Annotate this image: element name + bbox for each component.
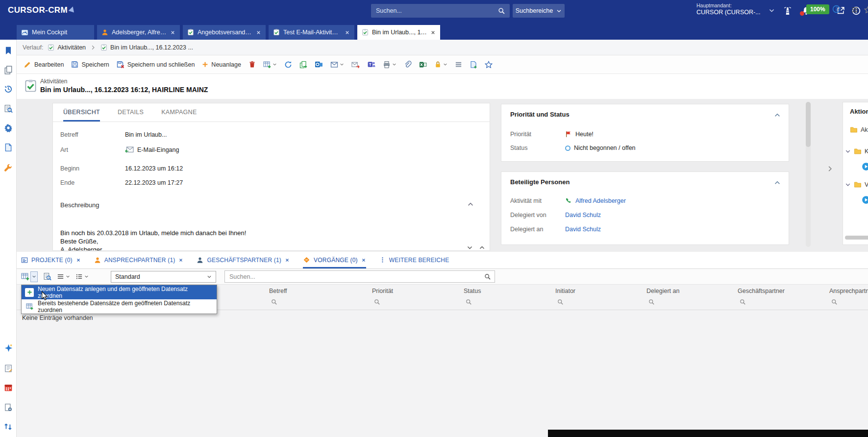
email-send-button[interactable] (351, 61, 360, 69)
column-filter-button[interactable] (557, 298, 564, 305)
action-folder-aktivitaeten[interactable]: Aktivitäten (850, 126, 868, 134)
list-search-input[interactable] (225, 271, 495, 282)
column-filter-button[interactable] (648, 298, 655, 305)
breadcrumb-aktivitaeten[interactable]: Aktivitäten (48, 44, 86, 51)
action-folder-group-2[interactable]: V (845, 181, 868, 189)
save-close-button[interactable]: Speichern und schließen (117, 61, 195, 69)
tab-uebersicht[interactable]: ÜBERSICHT (63, 103, 100, 121)
tab-angebotsversand[interactable]: Angebotsversand, 16... (183, 25, 266, 40)
global-search[interactable] (371, 4, 510, 18)
employee-link[interactable]: David Schulz (565, 226, 601, 233)
email-button[interactable] (330, 61, 344, 69)
new-record-button[interactable]: Neuanlage (202, 61, 241, 68)
actions-scrollbar-thumb[interactable] (845, 236, 868, 240)
close-icon[interactable] (76, 258, 81, 263)
save-button[interactable]: Speichern (71, 61, 109, 68)
sort-options-button[interactable] (75, 273, 89, 280)
list-search[interactable] (224, 270, 495, 283)
quickstart-button[interactable] (3, 343, 13, 353)
column-filter-button[interactable] (831, 298, 838, 305)
notes-button[interactable] (3, 364, 13, 373)
close-icon[interactable] (170, 30, 175, 35)
subtab-projekte[interactable]: PROJEKTE (0) (21, 252, 81, 268)
favorites-button[interactable] (3, 46, 13, 55)
row-view-button[interactable] (455, 61, 462, 68)
outlook-button[interactable] (315, 60, 323, 69)
column-header-delegiert-an[interactable]: Delegiert an (646, 288, 679, 305)
admin-tools-button[interactable] (3, 163, 13, 173)
add-record-menu-button[interactable] (30, 271, 38, 282)
favorite-button[interactable] (485, 61, 493, 69)
menu-item-link-existing[interactable]: Bereits bestehende Datensätze dem geöffn… (22, 299, 217, 314)
toolbar-overflow-button[interactable] (864, 5, 868, 14)
column-header-status[interactable]: Status (464, 288, 481, 305)
run-action-button[interactable] (862, 162, 868, 171)
employee-link[interactable]: David Schulz (565, 212, 601, 218)
tab-mein-cockpit[interactable]: Mein Cockpit (17, 25, 94, 40)
toolbar-menu-button[interactable] (851, 5, 859, 14)
record-info-button[interactable] (832, 5, 841, 13)
permissions-button[interactable] (434, 61, 447, 68)
view-select[interactable]: Standard (111, 271, 216, 283)
collapse-up-button[interactable] (479, 243, 485, 251)
field-value-prioritaet[interactable]: Heute! (565, 131, 594, 138)
search-records-button[interactable] (3, 104, 13, 114)
delete-button[interactable] (248, 61, 256, 68)
field-value-beginn[interactable]: 16.12.2023 um 16:12 (125, 165, 183, 172)
column-filter-button[interactable] (374, 298, 380, 305)
contact-link[interactable]: Alfred Adelsberger (575, 197, 626, 204)
field-value-art[interactable]: E-Mail-Eingang (125, 146, 179, 153)
close-icon[interactable] (430, 30, 436, 35)
description-text[interactable]: Bin noch bis 20.03.2018 im Urlaub, melde… (60, 229, 246, 251)
description-collapse-button[interactable] (467, 200, 474, 208)
settings-button[interactable] (3, 123, 13, 133)
teams-button[interactable] (367, 60, 375, 69)
document-settings-button[interactable] (3, 403, 13, 413)
column-header-ansprechpartner[interactable]: Ansprechpartner (829, 288, 868, 305)
global-search-input[interactable] (371, 7, 498, 14)
tenant-chevron-down-icon[interactable] (769, 7, 775, 14)
close-icon[interactable] (178, 258, 183, 263)
add-linked-record-button[interactable] (21, 272, 29, 281)
calendar-button[interactable] (3, 383, 13, 392)
field-value-status[interactable]: Nicht begonnen / offen (565, 145, 636, 151)
subtab-ansprechpartner[interactable]: ANSPRECHPARTNER (1) (94, 252, 184, 268)
tab-test-email-aktivitaet[interactable]: Test E-Mail-Aktivität ... (269, 25, 354, 40)
close-icon[interactable] (285, 258, 290, 263)
subtab-weitere-bereiche[interactable]: WEITERE BEREICHE (379, 252, 449, 268)
clipboard-button[interactable] (3, 65, 13, 75)
panel-expand-button[interactable] (826, 165, 834, 172)
new-linked-record-button[interactable] (263, 61, 277, 69)
tenant-selector[interactable]: Hauptmandant: CURSOR (CURSOR-... (696, 2, 761, 16)
menu-item-new-record[interactable]: Neuen Datensatz anlegen und dem geöffnet… (22, 285, 217, 299)
action-folder-group-1[interactable]: K (845, 147, 868, 155)
search-icon[interactable] (498, 7, 505, 15)
column-header-geschaeftspartner[interactable]: Geschäftspartner (738, 288, 785, 305)
list-menu-button[interactable] (57, 273, 70, 280)
tab-adelsberger[interactable]: Adelsberger, Alfred, ... (97, 25, 180, 40)
panel-collapse-button[interactable] (774, 178, 781, 186)
excel-export-button[interactable] (419, 61, 427, 69)
edit-button[interactable]: Bearbeiten (24, 61, 64, 69)
add-document-button[interactable] (470, 61, 477, 69)
subtab-geschaeftspartner[interactable]: GESCHÄFTSPARTNER (1) (197, 252, 290, 268)
run-action-button[interactable] (862, 195, 868, 204)
tab-kampagne[interactable]: KAMPAGNE (161, 103, 197, 121)
collapse-down-button[interactable] (467, 243, 473, 251)
copy-record-button[interactable] (299, 61, 307, 69)
field-value-ende[interactable]: 22.12.2023 um 17:27 (125, 179, 183, 186)
field-value-betreff[interactable]: Bin im Urlaub... (125, 131, 167, 138)
refresh-button[interactable] (284, 61, 292, 69)
subtab-vorgaenge[interactable]: VORGÄNGE (0) (303, 252, 366, 268)
search-areas-button[interactable]: Suchbereiche (513, 4, 565, 18)
attachment-button[interactable] (404, 61, 412, 69)
lighthouse-button[interactable] (783, 6, 792, 15)
history-button[interactable] (3, 84, 13, 94)
search-icon[interactable] (484, 273, 491, 280)
close-icon[interactable] (361, 258, 366, 263)
column-header-prioritaet[interactable]: Priorität (372, 288, 393, 305)
sync-button[interactable] (3, 422, 13, 432)
close-icon[interactable] (256, 30, 261, 35)
search-in-list-button[interactable] (43, 272, 51, 281)
close-icon[interactable] (345, 30, 350, 35)
